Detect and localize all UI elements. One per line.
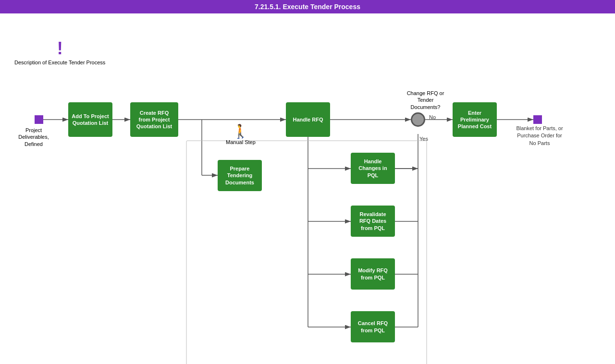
annotation-text: Description of Execute Tender Process <box>14 59 105 66</box>
yes-label: Yes <box>419 136 428 142</box>
handle-rfq-box[interactable]: Handle RFQ <box>286 102 330 137</box>
header-title: 7.21.5.1. Execute Tender Process <box>255 3 360 11</box>
no-label: No <box>429 114 436 120</box>
decision-label: Change RFQ or Tender Documents? <box>403 90 448 110</box>
handle-changes-pql-box[interactable]: Handle Changes in PQL <box>351 153 395 184</box>
enter-preliminary-box[interactable]: Enter Preliminary Planned Cost <box>453 102 497 137</box>
exclamation-icon: ! <box>57 40 63 57</box>
cancel-rfq-box[interactable]: Cancel RFQ from PQL <box>351 311 395 342</box>
start-label: Project Deliverables, Defined <box>10 127 58 147</box>
add-to-project-box[interactable]: Add To Project Quotation List <box>68 102 112 137</box>
decision-node <box>411 112 425 127</box>
modify-rfq-box[interactable]: Modify RFQ from PQL <box>351 258 395 290</box>
create-rfq-box[interactable]: Create RFQ from Project Quotation List <box>130 102 178 137</box>
revalidate-rfq-box[interactable]: Revalidate RFQ Dates from PQL <box>351 206 395 237</box>
end-node <box>533 115 542 124</box>
manual-step-icon: 🚶 Manual Step <box>226 125 256 145</box>
page-header: 7.21.5.1. Execute Tender Process <box>0 0 615 13</box>
end-label: Blanket for Parts, or Purchase Order for… <box>513 125 566 147</box>
person-icon: 🚶 <box>232 125 249 138</box>
prepare-tendering-box[interactable]: Prepare Tendering Documents <box>218 160 262 191</box>
start-node <box>35 115 43 124</box>
annotation-description: ! Description of Execute Tender Process <box>14 40 105 66</box>
